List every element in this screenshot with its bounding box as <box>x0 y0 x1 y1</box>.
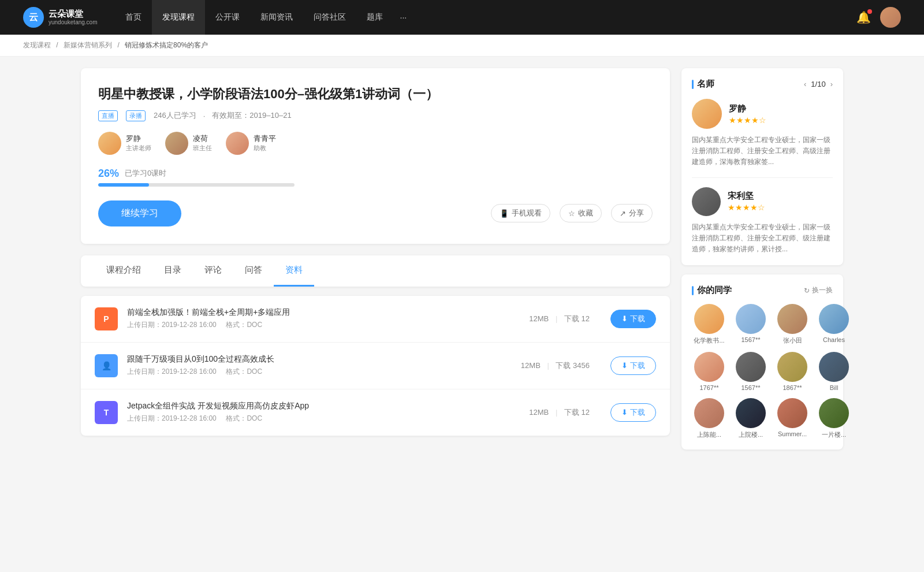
classmate-2[interactable]: 张小田 <box>775 304 810 345</box>
teacher-0: 罗静 主讲老师 <box>98 132 151 155</box>
action-buttons: 📱 手机观看 ☆ 收藏 ↗ 分享 <box>491 204 653 222</box>
classmate-8-avatar <box>694 398 724 428</box>
teacher-2-name: 青青平 <box>254 133 276 144</box>
tab-catalog[interactable]: 目录 <box>152 255 193 287</box>
tab-qa[interactable]: 问答 <box>233 255 274 287</box>
course-meta: 直播 录播 246人已学习 · 有效期至：2019–10–21 <box>98 110 653 121</box>
teacher-1-name: 凌荷 <box>193 133 212 144</box>
favorite-button[interactable]: ☆ 收藏 <box>560 204 602 222</box>
course-actions: 继续学习 📱 手机观看 ☆ 收藏 ↗ 分享 <box>98 200 653 226</box>
tag-live: 直播 <box>98 110 118 121</box>
resource-item: P 前端全栈加强版！前端全栈+全周期+多端应用 上传日期：2019-12-28 … <box>81 296 670 343</box>
panel-header-teachers: 名师 ‹ 1/10 › <box>692 79 833 90</box>
classmate-11[interactable]: 一片楼... <box>817 398 851 439</box>
logo-text: 云朵课堂 yundouketang.com <box>49 9 98 26</box>
next-teacher-button[interactable]: › <box>830 80 833 88</box>
nav-quiz[interactable]: 题库 <box>356 0 393 35</box>
sidebar-teacher-1-avatar <box>692 187 721 216</box>
classmate-1[interactable]: 1567** <box>733 304 768 345</box>
main-layout: 明星中教授课，小学阶段语法100分–强化级第1讲动词（一） 直播 录播 246人… <box>58 57 866 470</box>
classmate-6[interactable]: 1867** <box>775 352 810 391</box>
classmate-3[interactable]: Charles <box>817 304 851 345</box>
progress-bar-bg <box>98 183 295 187</box>
resource-meta-0: 上传日期：2019-12-28 16:00 格式：DOC <box>127 320 520 330</box>
classmates-grid: 化学教书... 1567** 张小田 Charles 1767** <box>692 304 833 439</box>
download-button-2[interactable]: ⬇ 下载 <box>610 403 656 422</box>
panel-nav-teachers: ‹ 1/10 › <box>804 80 833 88</box>
nav-discover[interactable]: 发现课程 <box>152 0 205 35</box>
classmate-8[interactable]: 上陈能... <box>692 398 726 439</box>
classmate-9[interactable]: 上院楼... <box>733 398 768 439</box>
teacher-page-info: 1/10 <box>811 80 825 88</box>
classmate-5[interactable]: 1567** <box>733 352 768 391</box>
classmate-9-avatar <box>736 398 766 428</box>
classmate-5-name: 1567** <box>733 384 768 391</box>
classmate-2-avatar <box>777 304 807 334</box>
share-button[interactable]: ↗ 分享 <box>611 204 653 222</box>
tab-resources[interactable]: 资料 <box>274 255 314 287</box>
breadcrumb-series[interactable]: 新媒体营销系列 <box>64 41 112 49</box>
classmate-0[interactable]: 化学教书... <box>692 304 726 345</box>
teacher-card-0: 罗静 ★★★★☆ 国内某重点大学安全工程专业硕士，国家一级注册消防工程师、注册安… <box>692 99 833 178</box>
prev-teacher-button[interactable]: ‹ <box>804 80 806 88</box>
classmate-3-avatar <box>819 304 849 334</box>
resource-item: 👤 跟随千万级项目从0到100全过程高效成长 上传日期：2019-12-28 1… <box>81 343 670 389</box>
tag-record: 录播 <box>126 110 146 121</box>
teacher-card-1: 宋利坚 ★★★★☆ 国内某重点大学安全工程专业硕士，国家一级注册消防工程师、注册… <box>692 187 833 255</box>
panel-title-teachers: 名师 <box>692 79 714 90</box>
nav-news[interactable]: 新闻资讯 <box>250 0 303 35</box>
classmates-header: 你的同学 ↻ 换一换 <box>692 285 833 296</box>
classmates-panel: 你的同学 ↻ 换一换 化学教书... 1567** 张小田 <box>681 274 843 450</box>
teacher-1-role: 班主任 <box>193 144 212 153</box>
logo[interactable]: 云 云朵课堂 yundouketang.com <box>23 7 98 28</box>
bell-icon[interactable]: 🔔 <box>856 10 871 24</box>
classmate-7[interactable]: Bill <box>817 352 851 391</box>
classmate-4-avatar <box>694 352 724 382</box>
share-icon: ↗ <box>620 209 626 218</box>
sidebar-teacher-1-name: 宋利坚 <box>728 191 765 202</box>
teachers-panel: 名师 ‹ 1/10 › 罗静 ★★★★☆ 国内某重点大学安全工程专业硕士，国家一… <box>681 68 843 265</box>
user-avatar[interactable] <box>880 7 901 28</box>
continue-button[interactable]: 继续学习 <box>98 200 181 226</box>
classmate-7-name: Bill <box>817 384 851 391</box>
classmate-9-name: 上院楼... <box>733 430 768 439</box>
nav-more[interactable]: ··· <box>393 0 414 35</box>
star-icon: ☆ <box>568 209 575 218</box>
resource-name-2: Jetpack全组件实战 开发短视频应用高仿皮皮虾App <box>127 401 520 411</box>
header: 云 云朵课堂 yundouketang.com 首页 发现课程 公开课 新闻资讯… <box>0 0 924 35</box>
classmate-10-name: Summer... <box>775 430 810 437</box>
resource-icon-1: 👤 <box>95 354 118 377</box>
nav-qa[interactable]: 问答社区 <box>303 0 356 35</box>
progress-section: 26% 已学习0课时 <box>98 168 653 187</box>
classmate-4[interactable]: 1767** <box>692 352 726 391</box>
refresh-classmates-button[interactable]: ↻ 换一换 <box>804 285 833 295</box>
classmate-10[interactable]: Summer... <box>775 398 810 439</box>
students-count: 246人已学习 <box>154 110 196 121</box>
nav-home[interactable]: 首页 <box>115 0 152 35</box>
resource-meta-1: 上传日期：2019-12-28 16:00 格式：DOC <box>127 367 512 377</box>
teacher-2-avatar <box>226 132 249 155</box>
download-button-0[interactable]: ⬇ 下载 <box>610 310 656 328</box>
sidebar-teacher-0-stars: ★★★★☆ <box>729 116 766 125</box>
classmate-8-name: 上陈能... <box>692 430 726 439</box>
download-button-1[interactable]: ⬇ 下载 <box>610 356 656 375</box>
tab-review[interactable]: 评论 <box>193 255 233 287</box>
tab-intro[interactable]: 课程介绍 <box>95 255 152 287</box>
teacher-1-avatar <box>165 132 188 155</box>
classmate-1-name: 1567** <box>733 336 768 343</box>
nav-open[interactable]: 公开课 <box>205 0 250 35</box>
resource-item: T Jetpack全组件实战 开发短视频应用高仿皮皮虾App 上传日期：2019… <box>81 389 670 436</box>
classmate-5-avatar <box>736 352 766 382</box>
tabs-bar: 课程介绍 目录 评论 问答 资料 <box>81 255 670 287</box>
classmate-6-avatar <box>777 352 807 382</box>
breadcrumb-discover[interactable]: 发现课程 <box>23 41 51 49</box>
sidebar: 名师 ‹ 1/10 › 罗静 ★★★★☆ 国内某重点大学安全工程专业硕士，国家一… <box>681 68 843 459</box>
resource-stats-0: 12MB | 下载 12 <box>529 314 590 324</box>
sidebar-teacher-0-avatar <box>692 99 722 129</box>
mobile-watch-button[interactable]: 📱 手机观看 <box>491 204 550 222</box>
classmate-3-name: Charles <box>817 336 851 343</box>
classmate-1-avatar <box>736 304 766 334</box>
resource-name-0: 前端全栈加强版！前端全栈+全周期+多端应用 <box>127 307 520 318</box>
content-area: 明星中教授课，小学阶段语法100分–强化级第1讲动词（一） 直播 录播 246人… <box>81 68 670 459</box>
progress-percent: 26% <box>98 168 119 180</box>
